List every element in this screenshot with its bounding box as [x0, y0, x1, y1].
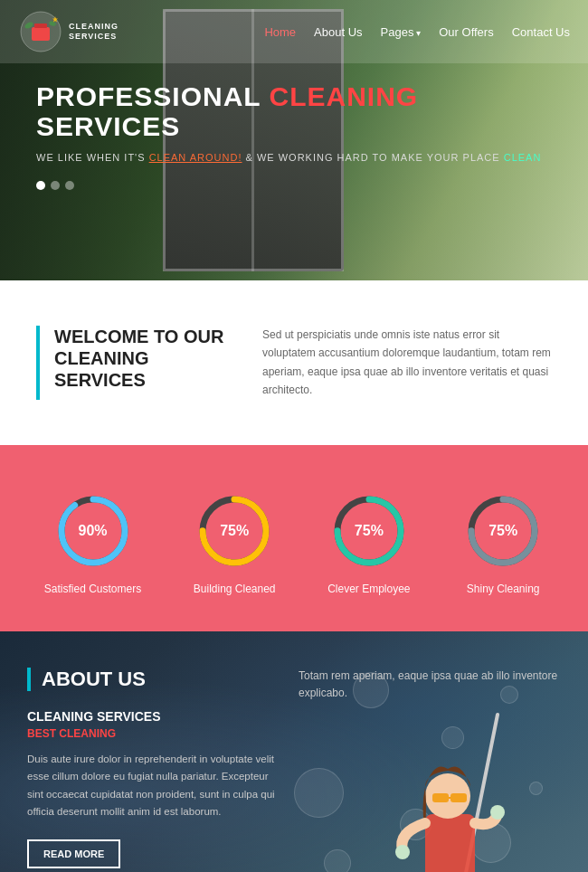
logo[interactable]: CLEANING SERVICES — [18, 9, 119, 54]
svg-rect-1 — [32, 27, 50, 41]
nav-item-pages[interactable]: Pages — [381, 24, 422, 40]
hero-title-part2: SERVICES — [36, 111, 180, 141]
stat-employee: 75% Clever Employee — [327, 490, 410, 595]
stat-satisfied-value: 90% — [78, 523, 107, 539]
svg-rect-2 — [34, 24, 47, 28]
hero-title-highlight: CLEANING — [269, 81, 418, 111]
welcome-section: WELCOME TO OUR CLEANING SERVICES Sed ut … — [0, 280, 588, 445]
circle-satisfied: 90% — [52, 490, 134, 572]
welcome-text: Sed ut perspiciatis unde omnis iste natu… — [262, 326, 552, 400]
dot-3[interactable] — [65, 181, 74, 190]
about-right: Totam rem aperiam, eaque ipsa quae ab il… — [299, 668, 561, 868]
about-service-title: CLEANING SERVICES — [27, 709, 280, 724]
about-content: ABOUT US CLEANING SERVICES BEST CLEANING… — [27, 668, 561, 868]
hero-sub-pre: WE LIKE WHEN IT'S — [36, 152, 149, 163]
hero-clean2: CLEAN — [504, 152, 542, 163]
stat-building-label: Building Cleaned — [194, 583, 276, 595]
stats-section: 90% Satisfied Customers 75% Building Cle… — [0, 445, 588, 631]
read-more-button[interactable]: READ MORE — [27, 839, 120, 868]
navbar: CLEANING SERVICES Home About Us Pages Ou… — [0, 0, 588, 63]
dot-2[interactable] — [51, 181, 60, 190]
nav-item-about[interactable]: About Us — [314, 24, 362, 40]
hero-title-part1: PROFESSIONAL — [36, 81, 269, 111]
circle-employee: 75% — [328, 490, 410, 572]
about-right-text: Totam rem aperiam, eaque ipsa quae ab il… — [299, 668, 561, 702]
hero-title: PROFESSIONAL CLEANING SERVICES — [36, 81, 552, 141]
dot-1[interactable] — [36, 181, 45, 190]
nav-link-offers[interactable]: Our Offers — [439, 25, 493, 39]
about-description: Duis aute irure dolor in reprehenderit i… — [27, 751, 280, 821]
stat-shiny-value: 75% — [488, 523, 517, 539]
nav-link-contact[interactable]: Contact Us — [512, 25, 570, 39]
stat-satisfied-label: Satisfied Customers — [44, 583, 141, 595]
stat-shiny: 75% Shiny Cleaning — [462, 490, 544, 595]
stat-satisfied: 90% Satisfied Customers — [44, 490, 141, 595]
nav-item-offers[interactable]: Our Offers — [439, 24, 493, 40]
carousel-dots — [36, 181, 552, 190]
stat-shiny-label: Shiny Cleaning — [467, 583, 540, 595]
logo-text: CLEANING SERVICES — [69, 22, 119, 42]
nav-link-home[interactable]: Home — [264, 25, 296, 39]
hero-clean1: CLEAN AROUND! — [149, 152, 242, 163]
hero-sub-mid: & WE WORKING HARD TO MAKE YOUR PLACE — [242, 152, 503, 163]
about-title: ABOUT US — [42, 668, 280, 691]
nav-link-pages[interactable]: Pages — [381, 25, 422, 39]
about-service-sub: BEST CLEANING — [27, 727, 280, 740]
stat-employee-label: Clever Employee — [327, 583, 410, 595]
nav-item-home[interactable]: Home — [264, 24, 296, 40]
about-title-bar: ABOUT US — [27, 668, 280, 691]
about-left: ABOUT US CLEANING SERVICES BEST CLEANING… — [27, 668, 280, 868]
welcome-right: Sed ut perspiciatis unde omnis iste natu… — [262, 326, 552, 400]
stat-building-value: 75% — [220, 523, 249, 539]
nav-item-contact[interactable]: Contact Us — [512, 24, 570, 40]
circle-building: 75% — [194, 490, 275, 572]
stat-building: 75% Building Cleaned — [194, 490, 276, 595]
about-section: ABOUT US CLEANING SERVICES BEST CLEANING… — [0, 631, 588, 872]
stats-grid: 90% Satisfied Customers 75% Building Cle… — [27, 490, 561, 595]
hero-subtitle: WE LIKE WHEN IT'S CLEAN AROUND! & WE WOR… — [36, 152, 552, 163]
circle-shiny: 75% — [462, 490, 544, 572]
welcome-left: WELCOME TO OUR CLEANING SERVICES — [36, 326, 235, 400]
stat-employee-value: 75% — [355, 523, 384, 539]
nav-links: Home About Us Pages Our Offers Contact U… — [264, 24, 570, 40]
welcome-title: WELCOME TO OUR CLEANING SERVICES — [54, 326, 235, 391]
logo-icon — [18, 9, 63, 54]
nav-link-about[interactable]: About Us — [314, 25, 362, 39]
